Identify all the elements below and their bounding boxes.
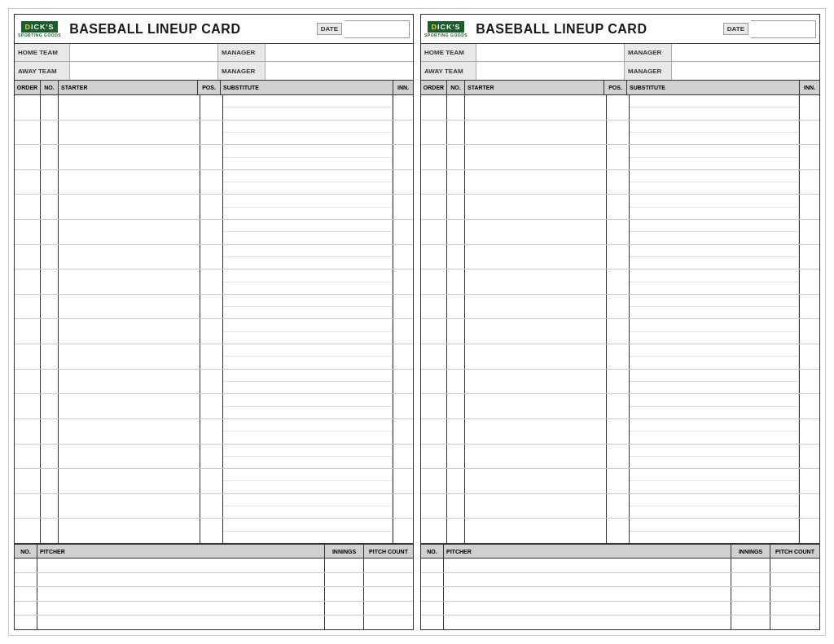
starter-cell[interactable] — [465, 344, 607, 369]
sub-name-2[interactable] — [630, 133, 799, 144]
sub-name-2[interactable] — [630, 506, 799, 518]
order-cell[interactable] — [15, 170, 41, 195]
lineup-row[interactable] — [421, 319, 819, 344]
pitcher-innings-cell[interactable] — [325, 602, 364, 616]
inn-cell[interactable] — [800, 269, 819, 294]
no-cell[interactable] — [447, 220, 465, 244]
lineup-row[interactable] — [15, 245, 413, 270]
starter-cell[interactable] — [465, 95, 607, 120]
starter-cell[interactable] — [465, 220, 607, 244]
no-cell[interactable] — [41, 269, 59, 294]
sub-name-2[interactable] — [630, 357, 799, 368]
order-cell[interactable] — [15, 195, 41, 219]
no-cell[interactable] — [41, 295, 59, 319]
left-away-team-input[interactable] — [70, 62, 218, 80]
starter-cell[interactable] — [465, 519, 607, 543]
inn-cell[interactable] — [800, 195, 819, 219]
lineup-row[interactable] — [421, 295, 819, 320]
sub-name-1[interactable] — [223, 245, 393, 256]
pitcher-no-cell[interactable] — [15, 616, 37, 629]
pitcher-innings-cell[interactable] — [731, 587, 770, 601]
order-cell[interactable] — [15, 494, 41, 519]
pos-cell[interactable] — [607, 394, 630, 418]
sub-name-1[interactable] — [630, 319, 799, 331]
starter-cell[interactable] — [59, 120, 200, 145]
no-cell[interactable] — [41, 120, 59, 145]
pos-cell[interactable] — [200, 170, 223, 195]
pos-cell[interactable] — [607, 95, 630, 120]
sub-name-2[interactable] — [223, 532, 393, 543]
pos-cell[interactable] — [607, 419, 630, 444]
inn-cell[interactable] — [393, 445, 413, 469]
pitcher-row[interactable] — [15, 616, 413, 629]
sub-name-1[interactable] — [223, 519, 393, 530]
lineup-row[interactable] — [421, 120, 819, 146]
lineup-row[interactable] — [15, 145, 413, 170]
no-cell[interactable] — [41, 419, 59, 444]
inn-cell[interactable] — [393, 295, 413, 319]
sub-name-2[interactable] — [223, 107, 393, 119]
no-cell[interactable] — [447, 344, 465, 369]
starter-cell[interactable] — [59, 170, 200, 195]
no-cell[interactable] — [41, 95, 59, 120]
inn-cell[interactable] — [800, 494, 819, 519]
pitcher-name-cell[interactable] — [444, 616, 731, 629]
lineup-row[interactable] — [15, 120, 413, 146]
pitcher-row[interactable] — [15, 573, 413, 588]
sub-name-1[interactable] — [630, 419, 799, 431]
sub-name-2[interactable] — [223, 332, 393, 344]
pos-cell[interactable] — [607, 195, 630, 219]
order-cell[interactable] — [421, 195, 447, 219]
no-cell[interactable] — [41, 370, 59, 394]
starter-cell[interactable] — [465, 469, 607, 493]
order-cell[interactable] — [421, 220, 447, 244]
order-cell[interactable] — [421, 469, 447, 493]
inn-cell[interactable] — [800, 419, 819, 444]
pitcher-no-cell[interactable] — [421, 587, 444, 601]
pos-cell[interactable] — [607, 519, 630, 543]
no-cell[interactable] — [447, 419, 465, 444]
pos-cell[interactable] — [607, 469, 630, 493]
sub-name-2[interactable] — [630, 432, 799, 443]
pitcher-row[interactable] — [15, 559, 413, 573]
sub-name-2[interactable] — [223, 283, 393, 294]
inn-cell[interactable] — [393, 95, 413, 120]
lineup-row[interactable] — [15, 344, 413, 370]
lineup-row[interactable] — [421, 220, 819, 245]
inn-cell[interactable] — [800, 220, 819, 244]
pos-cell[interactable] — [200, 419, 223, 444]
sub-name-2[interactable] — [630, 532, 799, 543]
pos-cell[interactable] — [607, 494, 630, 519]
no-cell[interactable] — [41, 494, 59, 519]
pos-cell[interactable] — [607, 295, 630, 319]
pos-cell[interactable] — [607, 344, 630, 369]
sub-name-1[interactable] — [630, 220, 799, 231]
sub-name-2[interactable] — [630, 208, 799, 219]
no-cell[interactable] — [41, 469, 59, 493]
sub-name-1[interactable] — [223, 145, 393, 156]
starter-cell[interactable] — [59, 269, 200, 294]
order-cell[interactable] — [15, 344, 41, 369]
sub-name-2[interactable] — [223, 208, 393, 219]
pos-cell[interactable] — [607, 445, 630, 469]
sub-name-1[interactable] — [223, 370, 393, 381]
no-cell[interactable] — [41, 519, 59, 543]
pitcher-name-cell[interactable] — [444, 587, 731, 601]
no-cell[interactable] — [41, 170, 59, 195]
order-cell[interactable] — [15, 269, 41, 294]
left-home-team-input[interactable] — [70, 44, 218, 61]
pitcher-name-cell[interactable] — [37, 559, 325, 572]
lineup-row[interactable] — [15, 269, 413, 295]
starter-cell[interactable] — [465, 195, 607, 219]
lineup-row[interactable] — [421, 469, 819, 494]
lineup-row[interactable] — [421, 519, 819, 543]
inn-cell[interactable] — [800, 469, 819, 493]
sub-name-1[interactable] — [223, 95, 393, 107]
pitcher-row[interactable] — [421, 573, 819, 588]
sub-name-2[interactable] — [630, 382, 799, 393]
sub-name-1[interactable] — [630, 120, 799, 132]
starter-cell[interactable] — [59, 494, 200, 519]
starter-cell[interactable] — [59, 419, 200, 444]
order-cell[interactable] — [15, 469, 41, 493]
inn-cell[interactable] — [800, 120, 819, 145]
